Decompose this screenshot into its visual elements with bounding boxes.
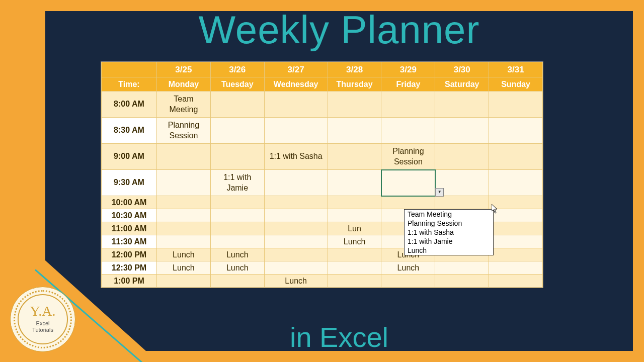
planner-cell[interactable]: Lunch	[157, 261, 211, 275]
planner-cell[interactable]	[489, 275, 543, 288]
planner-cell[interactable]: Lun	[328, 222, 381, 235]
planner-cell[interactable]	[157, 209, 211, 222]
planner-cell[interactable]	[210, 209, 264, 222]
day-header-cell[interactable]: Sunday	[489, 77, 543, 92]
planner-cell[interactable]: Planning Session	[381, 144, 435, 170]
planner-cell[interactable]	[435, 92, 489, 118]
planner-cell[interactable]	[264, 235, 328, 248]
planner-cell[interactable]	[264, 261, 328, 275]
planner-cell[interactable]: 1:1 with Jamie	[210, 170, 264, 196]
planner-cell[interactable]	[328, 92, 381, 118]
planner-cell[interactable]	[157, 196, 211, 209]
data-validation-dropdown[interactable]: Team Meeting Planning Session 1:1 with S…	[404, 209, 494, 255]
table-row: 10:00 AM	[102, 196, 543, 209]
planner-cell[interactable]	[328, 196, 381, 209]
time-cell[interactable]: 10:00 AM	[102, 196, 157, 209]
planner-cell[interactable]	[157, 275, 211, 288]
day-header-cell[interactable]: Wednesday	[264, 77, 328, 92]
planner-cell[interactable]	[435, 144, 489, 170]
planner-cell[interactable]	[210, 144, 264, 170]
planner-cell[interactable]	[328, 144, 381, 170]
planner-cell[interactable]: Lunch	[210, 261, 264, 275]
time-cell[interactable]: 10:30 AM	[102, 209, 157, 222]
date-header-cell[interactable]: 3/30	[435, 62, 489, 77]
date-header-cell[interactable]: 3/31	[489, 62, 543, 77]
planner-cell[interactable]	[210, 235, 264, 248]
planner-cell[interactable]	[489, 248, 543, 261]
date-header-cell[interactable]: 3/28	[328, 62, 381, 77]
planner-cell[interactable]: Lunch	[381, 261, 435, 275]
planner-cell[interactable]	[264, 248, 328, 261]
planner-cell[interactable]	[435, 275, 489, 288]
date-header-cell[interactable]: 3/29	[381, 62, 435, 77]
day-header-cell[interactable]: Thursday	[328, 77, 381, 92]
date-header-cell[interactable]: 3/27	[264, 62, 328, 77]
planner-cell[interactable]: Lunch	[328, 235, 381, 248]
day-header-cell[interactable]: Time:	[102, 77, 157, 92]
planner-cell[interactable]	[157, 222, 211, 235]
day-header-cell[interactable]: Saturday	[435, 77, 489, 92]
planner-cell[interactable]	[210, 196, 264, 209]
dropdown-option[interactable]: 1:1 with Sasha	[405, 228, 493, 237]
planner-cell[interactable]	[489, 222, 543, 235]
planner-cell[interactable]	[157, 170, 211, 196]
planner-cell[interactable]: Planning Session	[157, 118, 211, 144]
planner-cell[interactable]	[210, 118, 264, 144]
day-header-cell[interactable]: Monday	[157, 77, 211, 92]
day-header-cell[interactable]: Friday	[381, 77, 435, 92]
planner-cell[interactable]	[264, 170, 328, 196]
planner-cell[interactable]: Team Meeting	[157, 92, 211, 118]
dropdown-option[interactable]: 1:1 with Jamie	[405, 237, 493, 246]
planner-cell[interactable]	[328, 261, 381, 275]
planner-cell[interactable]	[381, 118, 435, 144]
planner-cell[interactable]	[210, 92, 264, 118]
day-header-cell[interactable]: Tuesday	[210, 77, 264, 92]
planner-cell[interactable]: 1:1 with Sasha	[264, 144, 328, 170]
time-cell[interactable]: 12:00 PM	[102, 248, 157, 261]
planner-cell[interactable]	[210, 275, 264, 288]
time-cell[interactable]: 9:00 AM	[102, 144, 157, 170]
time-cell[interactable]: 8:00 AM	[102, 92, 157, 118]
planner-cell[interactable]	[381, 92, 435, 118]
planner-cell[interactable]	[489, 92, 543, 118]
planner-cell[interactable]	[210, 222, 264, 235]
planner-cell[interactable]	[264, 222, 328, 235]
planner-cell[interactable]	[328, 209, 381, 222]
planner-cell[interactable]	[264, 209, 328, 222]
planner-cell[interactable]	[381, 196, 435, 209]
planner-cell[interactable]: ▼	[381, 170, 435, 196]
planner-cell[interactable]	[157, 144, 211, 170]
planner-cell[interactable]	[328, 248, 381, 261]
planner-cell[interactable]	[328, 118, 381, 144]
planner-cell[interactable]: Lunch	[264, 275, 328, 288]
planner-cell[interactable]	[435, 118, 489, 144]
planner-cell[interactable]	[157, 235, 211, 248]
dropdown-option[interactable]: Team Meeting	[405, 210, 493, 219]
planner-cell[interactable]	[264, 196, 328, 209]
planner-cell[interactable]	[489, 235, 543, 248]
time-cell[interactable]: 11:30 AM	[102, 235, 157, 248]
date-header-cell[interactable]	[102, 62, 157, 77]
planner-cell[interactable]	[328, 275, 381, 288]
planner-cell[interactable]	[489, 170, 543, 196]
planner-cell[interactable]: Lunch	[210, 248, 264, 261]
dropdown-option[interactable]: Planning Session	[405, 219, 493, 228]
dropdown-arrow-icon[interactable]: ▼	[435, 188, 444, 197]
planner-cell[interactable]	[435, 196, 489, 209]
planner-cell[interactable]	[264, 118, 328, 144]
table-row: 12:30 PMLunchLunchLunch	[102, 261, 543, 275]
planner-cell[interactable]	[328, 170, 381, 196]
planner-cell[interactable]	[381, 275, 435, 288]
planner-cell[interactable]	[264, 92, 328, 118]
planner-cell[interactable]	[489, 261, 543, 275]
planner-cell[interactable]: Lunch	[157, 248, 211, 261]
planner-cell[interactable]	[489, 144, 543, 170]
planner-cell[interactable]	[489, 118, 543, 144]
dropdown-option[interactable]: Lunch	[405, 246, 493, 255]
date-header-cell[interactable]: 3/25	[157, 62, 211, 77]
date-header-cell[interactable]: 3/26	[210, 62, 264, 77]
time-cell[interactable]: 8:30 AM	[102, 118, 157, 144]
planner-cell[interactable]	[435, 261, 489, 275]
time-cell[interactable]: 11:00 AM	[102, 222, 157, 235]
time-cell[interactable]: 9:30 AM	[102, 170, 157, 196]
